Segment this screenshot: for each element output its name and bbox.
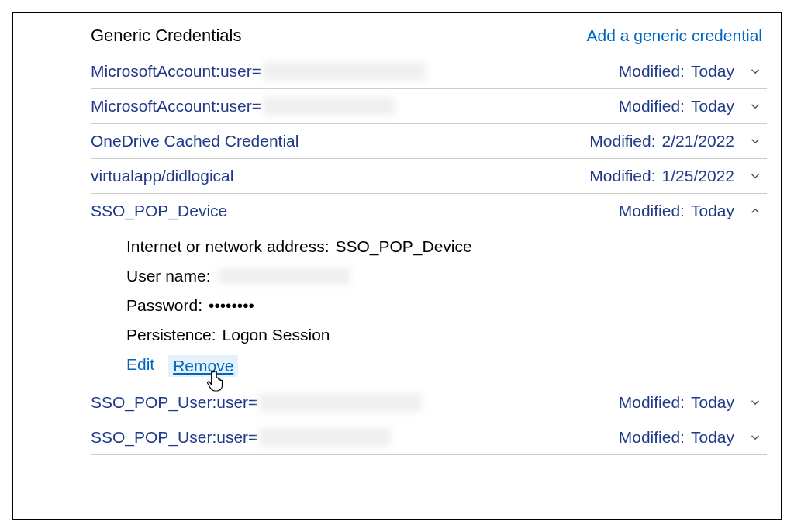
modified-label: Modified: xyxy=(619,97,685,116)
credential-name-wrap: virtualapp/didlogical xyxy=(91,167,589,185)
credential-name: SSO_POP_User:user= xyxy=(91,428,257,447)
detail-address-value: SSO_POP_Device xyxy=(335,237,471,256)
credential-manager-panel: Generic Credentials Add a generic creden… xyxy=(12,12,782,520)
chevron-down-icon xyxy=(748,64,762,78)
credential-name: SSO_POP_User:user= xyxy=(91,393,257,412)
chevron-down-icon xyxy=(748,99,762,113)
detail-address: Internet or network address: SSO_POP_Dev… xyxy=(126,237,767,256)
modified-label: Modified: xyxy=(589,132,655,150)
chevron-down-icon xyxy=(748,430,762,444)
detail-username: User name: xyxy=(126,267,767,285)
credential-details: Internet or network address: SSO_POP_Dev… xyxy=(91,228,767,385)
modified-label: Modified: xyxy=(619,62,685,81)
redacted-value xyxy=(259,428,391,447)
detail-persistence-value: Logon Session xyxy=(223,326,330,344)
modified-value: Today xyxy=(691,202,734,220)
chevron-down-icon xyxy=(748,169,762,183)
redacted-value xyxy=(259,393,422,412)
redacted-value xyxy=(263,62,426,81)
credential-name-wrap: MicrosoftAccount:user= xyxy=(91,62,619,81)
modified-label: Modified: xyxy=(589,167,655,185)
credential-row[interactable]: SSO_POP_User:user= Modified: Today xyxy=(91,385,767,420)
credential-name: OneDrive Cached Credential xyxy=(91,132,299,150)
credential-row-expanded[interactable]: SSO_POP_Device Modified: Today xyxy=(91,193,767,228)
remove-link-label: Remove xyxy=(173,357,233,375)
redacted-value xyxy=(263,97,395,116)
modified-value: 1/25/2022 xyxy=(662,167,734,185)
detail-persistence: Persistence: Logon Session xyxy=(126,326,767,344)
panel-inner: Generic Credentials Add a generic creden… xyxy=(13,26,781,455)
add-generic-credential-link[interactable]: Add a generic credential xyxy=(587,26,762,45)
credential-name: SSO_POP_Device xyxy=(91,202,227,220)
detail-password: Password: •••••••• xyxy=(126,296,767,315)
credential-row[interactable]: OneDrive Cached Credential Modified: 2/2… xyxy=(91,123,767,158)
credential-name: MicrosoftAccount:user= xyxy=(91,97,261,116)
credential-name-wrap: SSO_POP_Device xyxy=(91,202,619,220)
modified-value: Today xyxy=(691,62,734,81)
redacted-value xyxy=(219,268,350,285)
credential-name-wrap: SSO_POP_User:user= xyxy=(91,393,619,412)
remove-link[interactable]: Remove xyxy=(168,355,238,377)
modified-label: Modified: xyxy=(619,202,685,220)
modified-label: Modified: xyxy=(619,428,685,447)
header-row: Generic Credentials Add a generic creden… xyxy=(91,26,767,46)
detail-address-label: Internet or network address: xyxy=(126,237,329,256)
modified-value: Today xyxy=(691,428,734,447)
chevron-up-icon xyxy=(748,204,762,218)
chevron-down-icon xyxy=(748,396,762,409)
chevron-down-icon xyxy=(748,134,762,148)
detail-password-value: •••••••• xyxy=(209,296,254,315)
detail-username-label: User name: xyxy=(126,267,211,285)
detail-actions: Edit Remove xyxy=(126,355,767,377)
credential-name: virtualapp/didlogical xyxy=(91,167,233,185)
credential-row[interactable]: SSO_POP_User:user= Modified: Today xyxy=(91,420,767,455)
credential-name-wrap: SSO_POP_User:user= xyxy=(91,428,619,447)
detail-password-label: Password: xyxy=(126,296,202,315)
credential-name-wrap: MicrosoftAccount:user= xyxy=(91,97,619,116)
credential-row[interactable]: virtualapp/didlogical Modified: 1/25/202… xyxy=(91,158,767,193)
modified-value: 2/21/2022 xyxy=(662,132,734,150)
modified-label: Modified: xyxy=(619,393,685,412)
credential-name-wrap: OneDrive Cached Credential xyxy=(91,132,589,150)
edit-link[interactable]: Edit xyxy=(126,355,154,377)
section-title: Generic Credentials xyxy=(91,26,241,46)
modified-value: Today xyxy=(691,97,734,116)
detail-persistence-label: Persistence: xyxy=(126,326,216,344)
credential-name: MicrosoftAccount:user= xyxy=(91,62,261,81)
modified-value: Today xyxy=(691,393,734,412)
credential-row[interactable]: MicrosoftAccount:user= Modified: Today xyxy=(91,88,767,123)
credential-row[interactable]: MicrosoftAccount:user= Modified: Today xyxy=(91,54,767,88)
